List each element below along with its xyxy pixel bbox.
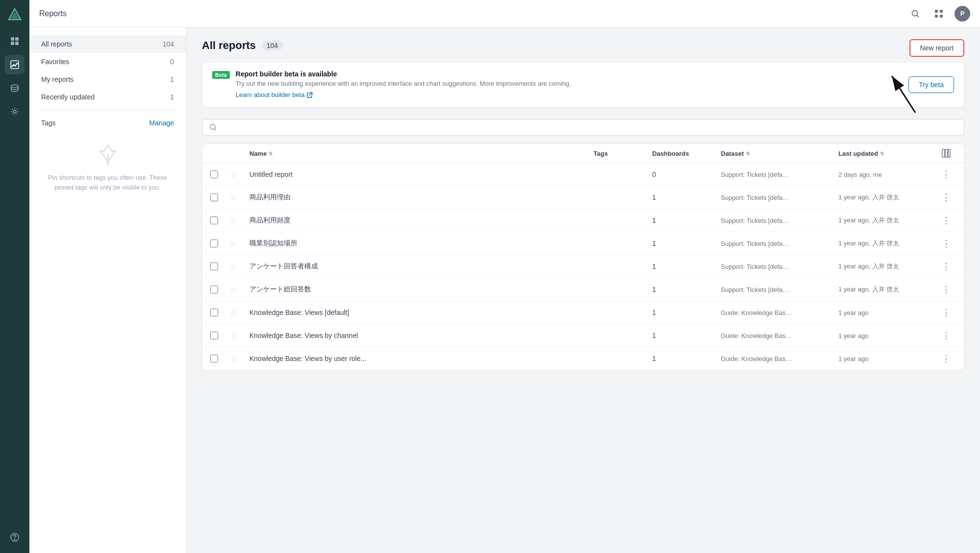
nav-item-reports[interactable] — [5, 55, 24, 74]
row-checkbox[interactable] — [210, 355, 218, 362]
column-toggle-icon[interactable] — [936, 149, 956, 158]
dataset-cell: Support: Tickets [defa… — [721, 240, 838, 247]
more-options-button[interactable]: ⋮ — [936, 353, 956, 364]
report-name[interactable]: Knowledge Base: Views by user role... — [249, 355, 593, 362]
lastupdated-cell: 1 year ago, 入井 啓太 — [838, 262, 936, 271]
favorite-star-icon[interactable]: ☆ — [230, 193, 249, 202]
beta-learn-link[interactable]: Learn about builder beta — [236, 91, 313, 98]
favorite-star-icon[interactable]: ☆ — [230, 216, 249, 225]
sidebar-item-label: My reports — [41, 75, 170, 83]
dashboards-cell: 1 — [652, 263, 721, 270]
sidebar-pin-area: Pin shortcuts to tags you often use. The… — [29, 132, 186, 204]
report-name[interactable]: 商品利用理由 — [249, 193, 593, 202]
favorite-star-icon[interactable]: ☆ — [230, 285, 249, 294]
sidebar-divider — [41, 110, 174, 110]
nav-item-settings[interactable] — [5, 102, 24, 121]
lastupdated-cell: 1 year ago, 入井 啓太 — [838, 193, 936, 202]
report-name[interactable]: 商品利用頻度 — [249, 216, 593, 225]
svg-point-10 — [14, 539, 15, 540]
sidebar-item-recently-updated[interactable]: Recently updated 1 — [29, 88, 186, 106]
search-icon — [209, 123, 217, 131]
favorite-star-icon[interactable]: ☆ — [230, 354, 249, 363]
row-checkbox[interactable] — [210, 170, 218, 178]
table-row: ☆ 職業別認知場所 1 Support: Tickets [defa… 1 ye… — [202, 232, 964, 255]
row-checkbox[interactable] — [210, 263, 218, 270]
more-options-button[interactable]: ⋮ — [936, 192, 956, 203]
new-report-button[interactable]: New report — [909, 39, 964, 57]
sidebar-item-count: 1 — [170, 75, 174, 83]
svg-rect-14 — [935, 15, 938, 18]
sidebar-item-all-reports[interactable]: All reports 104 — [29, 35, 186, 53]
more-options-button[interactable]: ⋮ — [936, 330, 956, 341]
lastupdated-cell: 1 year ago, 入井 啓太 — [838, 239, 936, 248]
report-name[interactable]: 職業別認知場所 — [249, 239, 593, 248]
reports-title: All reports — [202, 39, 256, 52]
row-checkbox[interactable] — [210, 332, 218, 339]
more-options-button[interactable]: ⋮ — [936, 261, 956, 272]
sidebar-item-count: 0 — [170, 58, 174, 66]
more-options-button[interactable]: ⋮ — [936, 169, 956, 180]
sidebar-item-my-reports[interactable]: My reports 1 — [29, 71, 186, 88]
more-options-button[interactable]: ⋮ — [936, 284, 956, 295]
search-icon[interactable] — [907, 6, 923, 22]
dashboards-cell: 1 — [652, 240, 721, 247]
dataset-cell: Guide: Knowledge Bas… — [721, 355, 838, 362]
report-name[interactable]: Untitled report — [249, 170, 593, 178]
more-options-button[interactable]: ⋮ — [936, 215, 956, 226]
main-wrapper: Reports P All reports 104 Favorites 0 — [29, 0, 980, 553]
tags-label: Tags — [41, 119, 149, 127]
col-dataset-header[interactable]: Dataset ⇅ — [721, 150, 838, 157]
sort-name-icon: ⇅ — [269, 151, 272, 156]
svg-rect-3 — [15, 37, 19, 41]
grid-icon[interactable] — [931, 6, 947, 22]
avatar[interactable]: P — [955, 6, 970, 22]
row-checkbox[interactable] — [210, 309, 218, 316]
sidebar-tags-section: Tags Manage — [29, 114, 186, 132]
reports-main: All reports 104 New report — [186, 27, 980, 553]
nav-item-home[interactable] — [5, 31, 24, 51]
report-name[interactable]: アンケート総回答数 — [249, 285, 593, 294]
svg-rect-6 — [11, 61, 19, 69]
dashboards-cell: 1 — [652, 193, 721, 201]
nav-item-help[interactable] — [5, 528, 24, 547]
dashboards-cell: 1 — [652, 355, 721, 362]
row-checkbox[interactable] — [210, 286, 218, 293]
favorite-star-icon[interactable]: ☆ — [230, 239, 249, 248]
more-options-button[interactable]: ⋮ — [936, 307, 956, 318]
favorite-star-icon[interactable]: ☆ — [230, 262, 249, 271]
favorite-star-icon[interactable]: ☆ — [230, 331, 249, 340]
try-beta-button[interactable]: Try beta — [908, 76, 954, 93]
row-checkbox[interactable] — [210, 240, 218, 247]
beta-title: Report builder beta is available — [236, 70, 903, 78]
nav-item-data[interactable] — [5, 78, 24, 98]
report-name[interactable]: Knowledge Base: Views by channel — [249, 332, 593, 339]
more-options-button[interactable]: ⋮ — [936, 238, 956, 249]
dashboards-cell: 1 — [652, 309, 721, 316]
report-name[interactable]: アンケート回答者構成 — [249, 262, 593, 271]
favorite-star-icon[interactable]: ☆ — [230, 170, 249, 179]
col-name-header[interactable]: Name ⇅ — [249, 150, 593, 157]
table-row: ☆ アンケート総回答数 1 Support: Tickets [defa… 1 … — [202, 278, 964, 301]
favorite-star-icon[interactable]: ☆ — [230, 308, 249, 317]
col-lastupdated-header[interactable]: Last updated ⇅ — [838, 150, 936, 157]
nav-bar — [0, 0, 29, 553]
dashboards-cell: 0 — [652, 170, 721, 178]
svg-rect-13 — [940, 10, 943, 13]
table-row: ☆ 商品利用頻度 1 Support: Tickets [defa… 1 yea… — [202, 209, 964, 232]
svg-rect-20 — [942, 149, 945, 157]
pin-icon — [96, 144, 120, 167]
reports-header: All reports 104 — [202, 39, 964, 52]
svg-point-11 — [912, 10, 918, 16]
row-checkbox[interactable] — [210, 216, 218, 224]
search-input[interactable] — [221, 123, 957, 131]
header-actions: P — [907, 6, 970, 22]
sidebar-item-favorites[interactable]: Favorites 0 — [29, 53, 186, 71]
manage-tags-link[interactable]: Manage — [149, 119, 174, 127]
sidebar: All reports 104 Favorites 0 My reports 1… — [29, 27, 186, 553]
row-checkbox[interactable] — [210, 193, 218, 201]
lastupdated-cell: 1 year ago — [838, 355, 936, 362]
lastupdated-cell: 1 year ago, 入井 啓太 — [838, 216, 936, 225]
report-name[interactable]: Knowledge Base: Views [default] — [249, 309, 593, 316]
logo[interactable] — [6, 6, 24, 24]
svg-rect-21 — [945, 149, 948, 157]
